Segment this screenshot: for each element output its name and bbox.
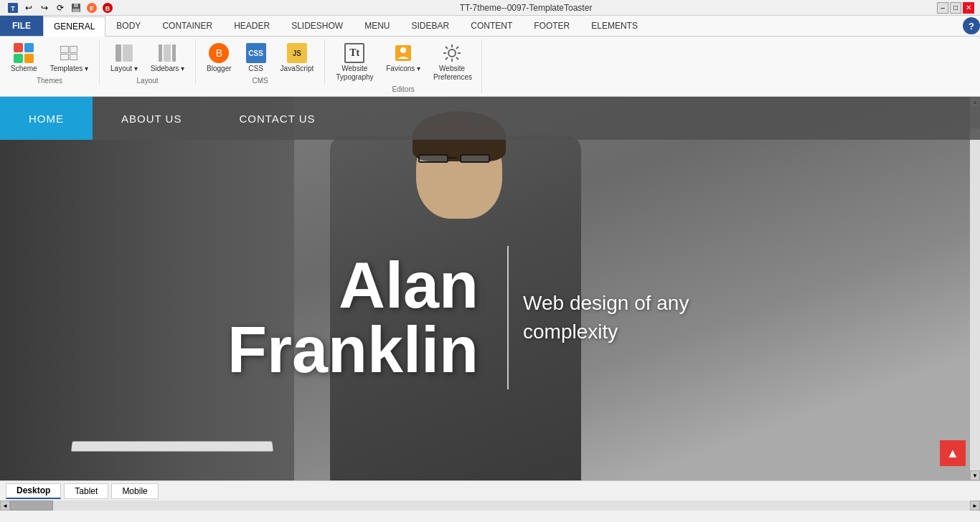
hero-name-line1: Alan	[227, 253, 479, 318]
svg-rect-3	[74, 4, 78, 7]
themes-group-items: Scheme Templates ▾	[6, 39, 93, 75]
svg-text:B: B	[105, 5, 110, 12]
nav-contact[interactable]: CONTACT US	[210, 97, 344, 140]
svg-line-22	[456, 57, 458, 60]
tab-body[interactable]: BODY	[105, 16, 151, 36]
app-icon: T	[6, 1, 20, 15]
view-desktop[interactable]: Desktop	[6, 483, 61, 499]
cms-group: B Blogger CSS CSS JS JavaScript C	[196, 39, 325, 85]
title-bar-left: T ↩ ↪ ⟳ F B	[6, 1, 115, 15]
sidebars-icon	[156, 42, 179, 65]
favicons-button[interactable]: Favicons ▾	[381, 39, 425, 75]
website-typography-icon: Tt	[343, 42, 366, 65]
svg-line-24	[446, 57, 448, 60]
tab-general[interactable]: GENERAL	[43, 16, 105, 37]
scheme-button[interactable]: Scheme	[6, 39, 42, 75]
preview-area: HOME ABOUT US CONTACT US Alan Franklin W…	[0, 97, 980, 480]
svg-point-16	[448, 49, 456, 57]
favicons-icon	[392, 42, 415, 65]
javascript-button[interactable]: JS JavaScript	[275, 39, 319, 75]
cms-group-label: CMS	[253, 77, 268, 85]
layout-icon	[113, 42, 136, 65]
svg-text:T: T	[11, 5, 15, 12]
status-bar: Desktop Tablet Mobile	[0, 480, 980, 500]
css-icon: CSS	[245, 42, 268, 65]
nav-about[interactable]: ABOUT US	[93, 97, 210, 140]
refresh-icon[interactable]: ⟳	[53, 1, 67, 15]
website-typography-label: Website Typography	[336, 65, 373, 82]
svg-rect-4	[72, 9, 80, 12]
tab-content[interactable]: CONTENT	[460, 16, 523, 36]
svg-rect-10	[123, 44, 133, 62]
nav-bar: HOME ABOUT US CONTACT US	[0, 97, 980, 140]
website-preferences-icon	[440, 42, 463, 65]
website-typography-button[interactable]: Tt Website Typography	[331, 39, 378, 84]
toolbar-icons: T ↩ ↪ ⟳ F B	[6, 1, 115, 15]
window-title: TT-7theme--0097-TemplateToaster	[115, 3, 937, 13]
scheme-icon	[12, 42, 35, 65]
help-button[interactable]: ?	[963, 17, 980, 34]
hero-name: Alan Franklin	[227, 253, 493, 382]
sidebars-label: Sidebars ▾	[151, 65, 184, 73]
tab-container[interactable]: CONTAINER	[151, 16, 223, 36]
redo-icon[interactable]: ↪	[37, 1, 52, 15]
templates-button[interactable]: Templates ▾	[45, 39, 93, 75]
svg-rect-11	[159, 44, 162, 62]
layout-group-items: Layout ▾ Sidebars ▾	[105, 39, 189, 75]
title-bar: T ↩ ↪ ⟳ F B	[0, 0, 980, 16]
hero-tagline: Web design of any complexity	[523, 289, 753, 345]
tab-elements[interactable]: ELEMENTS	[580, 16, 649, 36]
layout-group: Layout ▾ Sidebars ▾ Layout	[100, 39, 196, 85]
scroll-up-button[interactable]: ▲	[940, 440, 966, 466]
maximize-button[interactable]: □	[950, 2, 961, 14]
undo-icon[interactable]: ↩	[22, 1, 36, 15]
javascript-icon: JS	[286, 42, 308, 65]
tab-slideshow[interactable]: SLIDESHOW	[281, 16, 354, 36]
tab-header[interactable]: HEADER	[223, 16, 281, 36]
scroll-right-arrow[interactable]: ►	[970, 500, 980, 511]
svg-rect-12	[164, 44, 171, 62]
layout-button[interactable]: Layout ▾	[105, 39, 143, 75]
website-preview: HOME ABOUT US CONTACT US Alan Franklin W…	[0, 97, 980, 480]
svg-text:F: F	[90, 5, 94, 12]
minimize-button[interactable]: –	[937, 2, 948, 14]
icon6[interactable]: B	[100, 1, 115, 15]
css-button[interactable]: CSS CSS	[240, 39, 273, 75]
blogger-icon: B	[207, 42, 230, 65]
tab-menu[interactable]: MENU	[354, 16, 400, 36]
scroll-down-arrow[interactable]: ▼	[970, 470, 980, 480]
svg-point-15	[400, 47, 406, 53]
editors-group: Tt Website Typography Favicons ▾	[325, 39, 482, 93]
tab-footer[interactable]: FOOTER	[523, 16, 580, 36]
website-preferences-button[interactable]: Website Preferences	[428, 39, 476, 84]
blogger-label: Blogger	[207, 65, 231, 73]
view-tablet[interactable]: Tablet	[64, 483, 108, 499]
view-mobile[interactable]: Mobile	[111, 483, 158, 499]
hero-content: Alan Franklin Web design of any complexi…	[0, 154, 980, 480]
scroll-left-arrow[interactable]: ◄	[0, 500, 10, 511]
close-button[interactable]: ✕	[963, 2, 974, 14]
window-controls: – □ ✕	[937, 2, 974, 14]
tab-sidebar[interactable]: SIDEBAR	[401, 16, 461, 36]
nav-home[interactable]: HOME	[0, 97, 93, 140]
editors-group-items: Tt Website Typography Favicons ▾	[331, 39, 476, 84]
themes-group: Scheme Templates ▾ Themes	[0, 39, 100, 85]
hero-divider	[507, 246, 509, 389]
tab-file[interactable]: FILE	[0, 16, 43, 36]
bottom-scrollbar: ◄ ►	[0, 500, 980, 511]
blogger-button[interactable]: B Blogger	[202, 39, 236, 75]
scrollbar-track: ▲ ▼	[970, 97, 980, 480]
layout-group-label: Layout	[137, 77, 159, 85]
icon5[interactable]: F	[85, 1, 99, 15]
bottom-scrollbar-thumb[interactable]	[10, 500, 53, 511]
javascript-label: JavaScript	[281, 65, 314, 73]
svg-rect-9	[116, 44, 121, 62]
ribbon-content: Scheme Templates ▾ Themes	[0, 37, 980, 96]
cms-group-items: B Blogger CSS CSS JS JavaScript	[202, 39, 319, 75]
sidebars-button[interactable]: Sidebars ▾	[146, 39, 189, 75]
layout-label: Layout ▾	[110, 65, 138, 73]
favicons-label: Favicons ▾	[386, 65, 420, 73]
svg-line-21	[446, 47, 448, 49]
save-icon[interactable]	[69, 1, 83, 15]
svg-line-23	[456, 47, 458, 49]
